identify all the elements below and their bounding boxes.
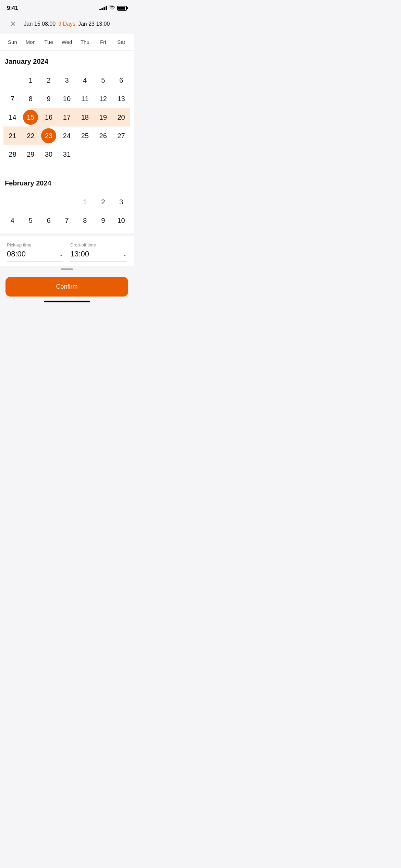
jan-day-25[interactable]: 25 xyxy=(76,126,94,145)
jan-day-20[interactable]: 20 xyxy=(112,108,130,126)
dropoff-time-label: Drop-off time xyxy=(70,242,127,248)
header-bar: ✕ Jan 15 08:00 9 Days Jan 23 13:00 xyxy=(0,14,134,34)
february-grid: 1 2 3 4 5 6 7 8 9 10 xyxy=(3,193,130,230)
dow-fri: Fri xyxy=(94,36,112,48)
sheet-handle xyxy=(0,266,134,272)
feb-day-8[interactable]: 8 xyxy=(76,211,94,230)
jan-day-8[interactable]: 8 xyxy=(22,89,40,108)
status-bar: 9:41 xyxy=(0,0,134,14)
feb-empty-2 xyxy=(40,193,58,211)
jan-day-13[interactable]: 13 xyxy=(112,89,130,108)
status-icons xyxy=(99,5,127,11)
days-count-badge: 9 Days xyxy=(58,21,75,27)
feb-day-10[interactable]: 10 xyxy=(112,211,130,230)
jan-day-30[interactable]: 30 xyxy=(40,145,58,164)
dropoff-chevron-down-icon: ⌄ xyxy=(122,251,127,257)
pickup-time-value: 08:00 xyxy=(7,250,26,258)
feb-day-7[interactable]: 7 xyxy=(58,211,76,230)
signal-bars-icon xyxy=(99,6,107,10)
calendar-container: Sun Mon Tue Wed Thu Fri Sat January 2024… xyxy=(0,34,134,233)
feb-day-9[interactable]: 9 xyxy=(94,211,112,230)
jan-empty-1 xyxy=(76,145,94,164)
jan-day-21[interactable]: 21 xyxy=(3,126,22,145)
jan-day-9[interactable]: 9 xyxy=(40,89,58,108)
jan-day-15[interactable]: 15 xyxy=(22,108,40,126)
feb-day-4[interactable]: 4 xyxy=(3,211,22,230)
day-of-week-header: Sun Mon Tue Wed Thu Fri Sat xyxy=(0,34,134,51)
battery-icon xyxy=(117,6,127,11)
jan-day-26[interactable]: 26 xyxy=(94,126,112,145)
feb-day-3[interactable]: 3 xyxy=(112,193,130,211)
jan-day-2[interactable]: 2 xyxy=(40,71,58,89)
jan-day-23[interactable]: 23 xyxy=(40,126,58,145)
feb-day-6[interactable]: 6 xyxy=(40,211,58,230)
jan-empty-3 xyxy=(112,145,130,164)
jan-day-1[interactable]: 1 xyxy=(22,71,40,89)
january-section: January 2024 1 2 3 4 5 6 7 8 9 10 11 12 … xyxy=(0,51,134,167)
end-date-label: Jan 23 13:00 xyxy=(78,21,110,27)
home-bar xyxy=(44,301,90,302)
pickup-chevron-down-icon: ⌄ xyxy=(59,251,63,257)
dow-tue: Tue xyxy=(40,36,58,48)
jan-day-7[interactable]: 7 xyxy=(3,89,22,108)
jan-empty-2 xyxy=(94,145,112,164)
dow-mon: Mon xyxy=(22,36,40,48)
jan-day-3[interactable]: 3 xyxy=(58,71,76,89)
jan-day-29[interactable]: 29 xyxy=(22,145,40,164)
close-icon: ✕ xyxy=(10,20,16,28)
jan-day-14[interactable]: 14 xyxy=(3,108,22,126)
feb-day-1[interactable]: 1 xyxy=(76,193,94,211)
dow-wed: Wed xyxy=(58,36,76,48)
jan-day-6[interactable]: 6 xyxy=(112,71,130,89)
confirm-label: Confirm xyxy=(56,283,77,290)
dropoff-time-value: 13:00 xyxy=(70,250,89,258)
time-pickers: Pick-up time 08:00 ⌄ Drop-off time 13:00… xyxy=(0,236,134,266)
jan-day-10[interactable]: 10 xyxy=(58,89,76,108)
january-grid: 1 2 3 4 5 6 7 8 9 10 11 12 13 14 15 16 1… xyxy=(3,71,130,164)
home-indicator xyxy=(0,297,134,305)
confirm-button[interactable]: Confirm xyxy=(5,277,128,297)
bottom-area: Confirm xyxy=(0,266,134,315)
jan-day-22[interactable]: 22 xyxy=(22,126,40,145)
jan-day-12[interactable]: 12 xyxy=(94,89,112,108)
feb-empty-0 xyxy=(3,193,22,211)
dropoff-time-selector[interactable]: 13:00 ⌄ xyxy=(70,250,127,262)
jan-day-19[interactable]: 19 xyxy=(94,108,112,126)
status-time: 9:41 xyxy=(7,5,18,12)
jan-day-27[interactable]: 27 xyxy=(112,126,130,145)
january-title: January 2024 xyxy=(3,58,130,71)
jan-empty-0 xyxy=(3,71,22,89)
jan-day-5[interactable]: 5 xyxy=(94,71,112,89)
dow-sat: Sat xyxy=(112,36,130,48)
dow-thu: Thu xyxy=(76,36,94,48)
feb-empty-1 xyxy=(22,193,40,211)
feb-day-2[interactable]: 2 xyxy=(94,193,112,211)
jan-day-11[interactable]: 11 xyxy=(76,89,94,108)
jan-day-18[interactable]: 18 xyxy=(76,108,94,126)
date-range-header: Jan 15 08:00 9 Days Jan 23 13:00 xyxy=(24,21,110,27)
jan-day-24[interactable]: 24 xyxy=(58,126,76,145)
dropoff-time-col: Drop-off time 13:00 ⌄ xyxy=(70,242,127,262)
jan-day-4[interactable]: 4 xyxy=(76,71,94,89)
close-button[interactable]: ✕ xyxy=(7,18,19,30)
feb-day-5[interactable]: 5 xyxy=(22,211,40,230)
jan-day-28[interactable]: 28 xyxy=(3,145,22,164)
pickup-time-label: Pick-up time xyxy=(7,242,63,248)
handle-pill xyxy=(61,268,73,270)
dow-sun: Sun xyxy=(3,36,22,48)
pickup-time-col: Pick-up time 08:00 ⌄ xyxy=(7,242,63,262)
pickup-time-selector[interactable]: 08:00 ⌄ xyxy=(7,250,63,262)
february-section: February 2024 1 2 3 4 5 6 7 8 9 10 xyxy=(0,172,134,233)
jan-day-17[interactable]: 17 xyxy=(58,108,76,126)
february-title: February 2024 xyxy=(3,179,130,193)
jan-day-31[interactable]: 31 xyxy=(58,145,76,164)
jan-day-16[interactable]: 16 xyxy=(40,108,58,126)
wifi-icon xyxy=(109,5,115,11)
feb-empty-3 xyxy=(58,193,76,211)
start-date-label: Jan 15 08:00 xyxy=(24,21,56,27)
